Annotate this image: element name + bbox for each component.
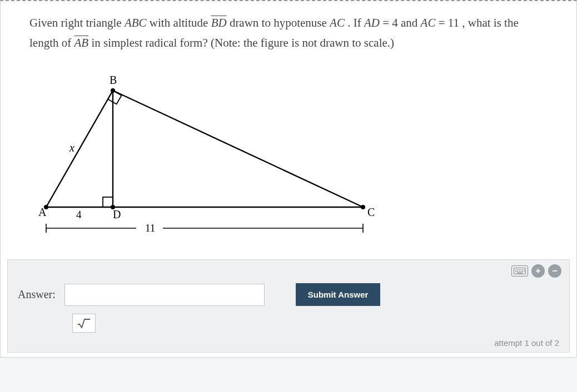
q-eq2-rhs: 11 — [448, 16, 459, 29]
svg-point-21 — [519, 271, 520, 272]
attempt-counter: attempt 1 out of 2 — [18, 338, 559, 348]
q-seg-bd: BD — [211, 16, 227, 29]
q-eq2-eq: = — [439, 16, 448, 29]
answer-panel: + − Answer: Submit Answer attempt 1 out … — [7, 259, 570, 353]
answer-input[interactable] — [64, 284, 265, 306]
sqrt-button[interactable] — [72, 314, 96, 333]
q-text: Given right triangle — [29, 16, 125, 29]
svg-point-22 — [520, 271, 521, 272]
problem-card: Given right triangle ABC with altitude B… — [0, 0, 577, 358]
sqrt-icon — [77, 318, 91, 329]
q-text: with altitude — [150, 16, 211, 29]
triangle-svg: A B C D x 4 11 — [29, 68, 385, 240]
q-var-ac: AC — [330, 16, 345, 29]
label-ad: 4 — [76, 209, 82, 220]
q-text: in simplest radical form? (Note: the fig… — [91, 36, 394, 49]
svg-rect-7 — [108, 91, 122, 104]
svg-point-24 — [524, 271, 525, 272]
svg-point-16 — [520, 269, 521, 270]
zoom-out-icon[interactable]: − — [548, 264, 561, 278]
label-c: C — [367, 206, 375, 218]
zoom-in-icon[interactable]: + — [531, 264, 545, 278]
svg-point-17 — [522, 269, 523, 270]
submit-answer-button[interactable]: Submit Answer — [296, 283, 381, 306]
label-ac: 11 — [145, 222, 155, 234]
q-eq1-lhs: AD — [364, 16, 380, 29]
keyboard-icon[interactable] — [511, 265, 528, 277]
svg-point-23 — [522, 271, 523, 272]
triangle-figure: A B C D x 4 11 — [29, 68, 548, 243]
svg-point-20 — [517, 271, 518, 272]
q-eq1-rhs: 4 — [392, 16, 398, 29]
q-text: and — [401, 16, 421, 29]
label-d: D — [113, 208, 121, 220]
q-text: drawn to hypotenuse — [230, 16, 330, 29]
svg-point-18 — [524, 269, 525, 270]
svg-marker-0 — [46, 91, 363, 207]
svg-point-13 — [515, 269, 516, 270]
q-var-abc: ABC — [125, 16, 147, 29]
content-area: Given right triangle ABC with altitude B… — [1, 1, 576, 243]
label-a: A — [38, 206, 47, 218]
q-text: . If — [347, 16, 364, 29]
q-seg-ab: AB — [74, 36, 88, 49]
svg-rect-25 — [517, 273, 523, 273]
answer-label: Answer: — [18, 288, 56, 301]
svg-point-14 — [517, 269, 518, 270]
svg-point-19 — [515, 271, 516, 272]
question-text: Given right triangle ABC with altitude B… — [29, 13, 548, 53]
label-b: B — [110, 74, 117, 86]
label-x: x — [69, 142, 74, 154]
answer-row: Answer: Submit Answer — [18, 283, 559, 306]
q-eq1-eq: = — [382, 16, 392, 29]
panel-tools: + − — [511, 264, 561, 278]
svg-point-4 — [361, 205, 365, 209]
svg-point-15 — [519, 269, 520, 270]
q-eq2-lhs: AC — [421, 16, 436, 29]
